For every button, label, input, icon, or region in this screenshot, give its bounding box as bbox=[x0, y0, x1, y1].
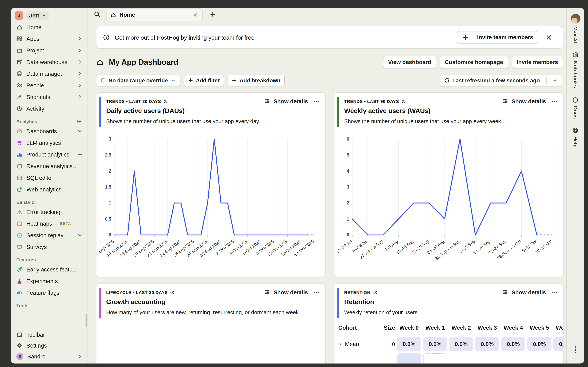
dau-line-chart[interactable]: 00.511.522.5314-Sep-202516-Sep-202518-Se… bbox=[99, 125, 320, 277]
banner-close-icon[interactable] bbox=[545, 33, 553, 41]
add-breakdown-button[interactable]: Add breakdown bbox=[227, 75, 285, 86]
sidebar-item-heatmaps[interactable]: HeatmapsBETA bbox=[14, 218, 85, 229]
tab-close-icon[interactable] bbox=[192, 12, 198, 18]
sidebar-item-error-tracking[interactable]: Error tracking bbox=[14, 206, 85, 217]
more-menu-icon[interactable] bbox=[313, 98, 320, 104]
retention-cell[interactable] bbox=[423, 353, 447, 364]
info-icon bbox=[572, 97, 579, 103]
retention-cell[interactable]: 0.0% bbox=[423, 337, 447, 351]
sidebar-item-people[interactable]: People bbox=[14, 80, 85, 91]
sidebar-item-user-sandro[interactable]: SSandro bbox=[14, 351, 85, 362]
show-details-button[interactable]: Show details bbox=[502, 289, 546, 296]
refresh-button[interactable]: Last refreshed a few seconds ago bbox=[440, 75, 562, 86]
show-details-button[interactable]: Show details bbox=[264, 98, 308, 104]
sidebar-item-settings[interactable]: Settings bbox=[14, 340, 85, 351]
rail-item-docs[interactable]: Docs bbox=[572, 97, 579, 119]
rail-item-help[interactable]: Help bbox=[572, 127, 579, 148]
retention-cell[interactable]: 0.0% bbox=[475, 337, 499, 351]
sidebar-item-label: Heatmaps bbox=[26, 220, 52, 227]
chevron-right-icon bbox=[78, 48, 82, 53]
column-header: Week 3 bbox=[475, 325, 499, 331]
sidebar-item-label: SQL editor bbox=[26, 175, 53, 181]
svg-text:5: 5 bbox=[347, 152, 349, 158]
sidebar-item-experiments[interactable]: Experiments bbox=[14, 275, 85, 287]
add-filter-button[interactable]: Add filter bbox=[183, 75, 224, 86]
gauge-icon bbox=[16, 128, 23, 134]
sidebar-item-product-analytics[interactable]: Product analytics bbox=[14, 149, 85, 160]
sidebar-item-activity[interactable]: Activity bbox=[14, 103, 85, 114]
wau-line-chart[interactable]: 012345616–19 Jul20–26 Jul27-Jul – 2-Aug3… bbox=[337, 125, 558, 277]
svg-text:4: 4 bbox=[347, 168, 349, 174]
clock-icon bbox=[16, 105, 23, 112]
sidebar-item-revenue-analytics[interactable]: Revenue analytics ... bbox=[14, 160, 85, 172]
gear-icon[interactable] bbox=[76, 119, 82, 124]
main-area: Home Get more out of PostHog by inviting… bbox=[87, 8, 566, 364]
show-details-button[interactable]: Show details bbox=[502, 98, 546, 104]
user-avatar: S bbox=[16, 353, 23, 360]
insight-card-dau: TRENDS • LAST 30 DAYS Show details bbox=[96, 92, 326, 277]
sidebar-item-data-management[interactable]: Data management bbox=[14, 68, 85, 79]
retention-cell[interactable]: 0.0% bbox=[449, 337, 473, 351]
plus-icon bbox=[462, 33, 469, 41]
sidebar-item-toolbar[interactable]: Toolbar bbox=[14, 329, 85, 340]
show-details-button[interactable]: Show details bbox=[264, 289, 308, 296]
sidebar-item-web-analytics[interactable]: Web analytics bbox=[14, 184, 85, 195]
search-button[interactable] bbox=[94, 11, 101, 18]
invite-members-button[interactable]: Invite members bbox=[511, 56, 563, 68]
retention-cell[interactable]: 0.0% bbox=[527, 337, 552, 351]
app-window: J Jett HomeAppsProjectData warehouseData… bbox=[11, 8, 584, 364]
play-circle-icon bbox=[16, 232, 23, 238]
piggy-bank-icon bbox=[16, 163, 23, 169]
sidebar-item-label: Web analytics bbox=[26, 186, 61, 192]
org-switcher[interactable]: J Jett bbox=[11, 8, 87, 21]
more-menu-icon[interactable] bbox=[552, 289, 558, 295]
sidebar-item-surveys[interactable]: Surveys bbox=[14, 241, 85, 252]
tab-home[interactable]: Home bbox=[106, 8, 203, 21]
card-title[interactable]: Retention bbox=[344, 298, 558, 306]
more-menu-icon[interactable] bbox=[313, 289, 320, 295]
life-ring-icon bbox=[572, 127, 579, 134]
sidebar-item-label: Data management bbox=[26, 70, 69, 77]
rail-more-menu-icon[interactable] bbox=[575, 346, 576, 353]
svg-text:16–19 Jul: 16–19 Jul bbox=[337, 239, 353, 254]
column-header: Week 1 bbox=[423, 325, 447, 331]
tab-bar: Home bbox=[87, 8, 566, 21]
customize-homepage-button[interactable]: Customize homepage bbox=[440, 56, 508, 68]
card-title[interactable]: Weekly active users (WAUs) bbox=[344, 107, 558, 115]
rail-item-notebooks[interactable]: Notebooks bbox=[572, 52, 579, 88]
svg-text:1: 1 bbox=[109, 200, 111, 205]
retention-cell[interactable]: 0.0% bbox=[553, 337, 563, 351]
sidebar-item-label: Home bbox=[26, 24, 41, 30]
sidebar-item-home[interactable]: Home bbox=[14, 21, 85, 33]
sidebar-item-data-warehouse[interactable]: Data warehouse bbox=[14, 56, 85, 67]
sidebar-item-sql-editor[interactable]: SQL editor bbox=[14, 172, 85, 183]
view-dashboard-button[interactable]: View dashboard bbox=[383, 56, 436, 68]
card-description: Weekly retention of your users. bbox=[344, 309, 558, 315]
retention-cell[interactable]: 0.0% bbox=[397, 337, 421, 351]
rail-item-max-ai[interactable]: Max AI bbox=[570, 14, 580, 43]
people-icon bbox=[16, 82, 23, 88]
invite-team-members-button[interactable]: Invite team members bbox=[457, 31, 538, 43]
date-range-filter[interactable]: No date range override bbox=[96, 75, 180, 86]
sidebar-item-early-access-features[interactable]: Early access features bbox=[14, 264, 85, 275]
sidebar-item-dashboards[interactable]: Dashboards bbox=[14, 125, 85, 137]
home-icon bbox=[111, 12, 116, 18]
org-name-pill[interactable]: Jett bbox=[26, 11, 49, 20]
sidebar-item-session-replay[interactable]: Session replay bbox=[14, 230, 85, 241]
sidebar-item-shortcuts[interactable]: Shortcuts bbox=[14, 91, 85, 102]
sidebar-item-feature-flags[interactable]: Feature flags bbox=[14, 287, 85, 298]
card-title[interactable]: Daily active users (DAUs) bbox=[106, 107, 320, 115]
sidebar-item-project[interactable]: Project bbox=[14, 45, 85, 56]
card-title[interactable]: Growth accounting bbox=[106, 298, 320, 306]
more-menu-icon[interactable] bbox=[552, 98, 558, 104]
retention-cell[interactable] bbox=[397, 353, 421, 364]
chevron-right-icon bbox=[78, 71, 82, 76]
show-details-icon bbox=[502, 289, 509, 296]
sidebar-item-llm-analytics[interactable]: LLM analytics bbox=[14, 137, 85, 148]
sidebar-item-apps[interactable]: Apps bbox=[14, 33, 85, 44]
retention-cell[interactable]: 0.0% bbox=[501, 337, 525, 351]
toggle-icon bbox=[16, 290, 23, 296]
rail-label: Docs bbox=[572, 106, 578, 119]
new-tab-button[interactable] bbox=[210, 11, 216, 17]
pie-chart-icon bbox=[16, 186, 23, 192]
